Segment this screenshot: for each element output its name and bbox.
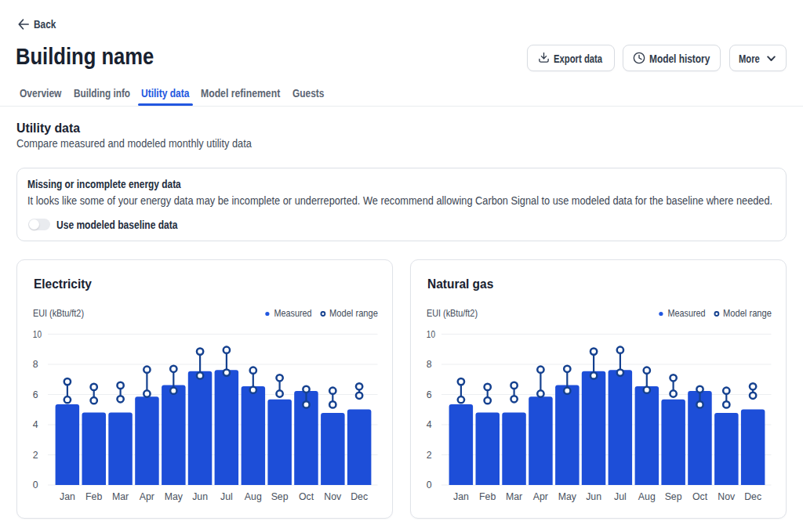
svg-text:0: 0 [33, 480, 38, 490]
svg-text:6: 6 [427, 389, 432, 400]
svg-text:Measured: Measured [274, 307, 311, 319]
svg-text:May: May [558, 491, 577, 502]
svg-text:Jun: Jun [586, 491, 601, 502]
svg-text:Jan: Jan [60, 491, 75, 502]
svg-text:8: 8 [427, 359, 432, 370]
svg-text:Jul: Jul [220, 491, 233, 502]
svg-text:Sep: Sep [665, 491, 682, 502]
svg-text:Jun: Jun [192, 491, 208, 502]
svg-text:2: 2 [427, 450, 432, 461]
svg-text:Model range: Model range [329, 307, 378, 319]
svg-text:Aug: Aug [245, 491, 262, 502]
svg-text:10: 10 [33, 329, 42, 340]
svg-text:Dec: Dec [744, 491, 761, 502]
svg-text:Model range: Model range [723, 307, 772, 319]
svg-text:May: May [165, 491, 183, 502]
svg-text:Jan: Jan [453, 491, 469, 502]
svg-text:8: 8 [33, 359, 38, 370]
svg-text:EUI (kBtu/ft2): EUI (kBtu/ft2) [33, 307, 84, 319]
svg-text:2: 2 [33, 450, 38, 461]
svg-text:Oct: Oct [299, 491, 314, 502]
svg-text:Apr: Apr [533, 491, 548, 502]
svg-text:10: 10 [427, 329, 435, 340]
svg-text:4: 4 [33, 419, 38, 430]
svg-text:Aug: Aug [638, 491, 656, 502]
svg-text:Dec: Dec [351, 491, 368, 502]
svg-text:4: 4 [427, 419, 432, 430]
svg-text:Mar: Mar [112, 491, 129, 502]
svg-text:6: 6 [33, 389, 38, 400]
svg-text:EUI (kBtu/ft2): EUI (kBtu/ft2) [427, 307, 478, 319]
svg-text:Nov: Nov [324, 491, 342, 502]
svg-text:Oct: Oct [692, 491, 708, 502]
svg-text:Feb: Feb [479, 491, 496, 502]
svg-text:Feb: Feb [85, 491, 102, 502]
svg-text:Sep: Sep [271, 491, 289, 502]
svg-text:Nov: Nov [718, 491, 736, 502]
svg-text:Jul: Jul [614, 491, 627, 502]
svg-text:Measured: Measured [667, 307, 705, 319]
svg-text:Mar: Mar [506, 491, 522, 502]
svg-text:Apr: Apr [140, 491, 154, 502]
svg-text:0: 0 [427, 480, 432, 490]
